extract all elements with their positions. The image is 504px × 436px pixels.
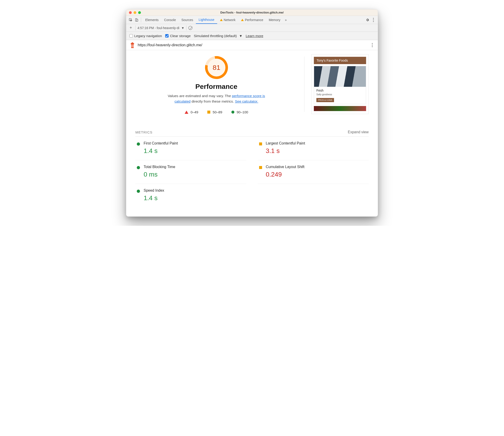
traffic-lights (126, 11, 141, 14)
metric-name: Speed Index (144, 189, 164, 193)
tab-performance[interactable]: Performance (238, 16, 266, 24)
legend-avg: 50–89 (207, 110, 222, 114)
titlebar: DevTools - foul-heavenly-direction.glitc… (126, 9, 378, 16)
tab-lighthouse[interactable]: Lighthouse (196, 16, 217, 24)
report-label: 4:57:16 PM - foul-heavenly-di (137, 26, 179, 30)
tab-label: Lighthouse (199, 18, 214, 21)
report-urlbar: https://foul-heavenly-direction.glitch.m… (126, 40, 378, 50)
status-icon (137, 142, 140, 146)
zoom-icon[interactable] (138, 11, 141, 14)
metrics-label: METRICS (135, 130, 153, 134)
preview-image (314, 106, 366, 111)
status-icon (137, 166, 140, 169)
report-menu-icon[interactable] (370, 42, 374, 49)
devtools-window: DevTools - foul-heavenly-direction.glitc… (126, 9, 378, 217)
score-value: 81 (208, 59, 225, 76)
minimize-icon[interactable] (134, 11, 136, 14)
clear-storage-checkbox[interactable]: Clear storage (165, 34, 191, 38)
svg-rect-5 (131, 46, 134, 47)
checkbox-icon (165, 34, 169, 37)
tab-label: Memory (269, 18, 280, 22)
tab-console[interactable]: Console (161, 16, 178, 24)
desc-text: directly from these metrics. (191, 99, 235, 103)
gear-icon[interactable] (365, 17, 370, 23)
score-gauge: 81 (205, 56, 228, 79)
page-screenshot: Tony's Favorite Foods Fesh Salty goodnes… (311, 54, 369, 114)
legend-label: 0–49 (191, 110, 198, 114)
separator (141, 18, 141, 22)
category-heading: Performance (135, 83, 297, 91)
tab-label: Network (224, 18, 236, 22)
metric-tbt[interactable]: Total Blocking Time 0 ms (135, 160, 246, 184)
devtools-tabstrip: Elements Console Sources Lighthouse Netw… (126, 16, 378, 24)
lighthouse-options: Legacy navigation Clear storage Simulate… (126, 32, 378, 40)
tab-network[interactable]: Network (217, 16, 238, 24)
checkbox-label: Clear storage (170, 34, 191, 38)
calculator-link[interactable]: See calculator. (235, 99, 258, 103)
metric-value: 0.249 (266, 171, 304, 178)
metrics-header: METRICS Expand view (135, 130, 369, 137)
tab-label: Console (164, 18, 176, 22)
svg-rect-4 (131, 45, 134, 45)
tab-label: Sources (182, 18, 193, 22)
close-icon[interactable] (129, 11, 132, 14)
checkbox-label: Legacy navigation (134, 34, 162, 38)
tab-memory[interactable]: Memory (266, 16, 283, 24)
metric-value: 1.4 s (144, 194, 164, 202)
throttling-dropdown[interactable]: Simulated throttling (default) ▼ (194, 34, 242, 38)
metric-name: Largest Contentful Paint (266, 141, 305, 145)
square-icon (207, 111, 210, 114)
metric-lcp[interactable]: Largest Contentful Paint 3.1 s (258, 137, 369, 160)
more-tabs-icon[interactable]: » (283, 18, 289, 22)
report-header: 81 Performance Values are estimated and … (135, 54, 369, 114)
preview-title: Tony's Favorite Foods (314, 57, 366, 64)
separator (135, 25, 136, 30)
expand-view-button[interactable]: Expand view (348, 130, 369, 134)
kebab-menu-icon[interactable] (370, 17, 376, 23)
score-column: 81 Performance Values are estimated and … (135, 54, 297, 114)
checkbox-icon (129, 34, 133, 37)
preview-card: Fesh Salty goodness PROS & CONS (314, 66, 366, 104)
learn-more-link[interactable]: Learn more (246, 34, 263, 38)
chevron-down-icon: ▼ (181, 26, 184, 30)
svg-rect-3 (131, 44, 134, 48)
status-icon (259, 142, 262, 145)
pros-cons-button: PROS & CONS (316, 98, 334, 102)
tab-sources[interactable]: Sources (179, 16, 196, 24)
legend-bad: 0–49 (185, 110, 198, 114)
report-url: https://foul-heavenly-direction.glitch.m… (138, 43, 202, 47)
legend-good: 90–100 (231, 110, 248, 114)
metric-fcp[interactable]: First Contentful Paint 1.4 s (135, 137, 246, 160)
preview-card-sub: Salty goodness (316, 93, 364, 96)
chevron-down-icon: ▼ (239, 34, 243, 38)
metric-name: Cumulative Layout Shift (266, 165, 304, 169)
preview-body: Fesh Salty goodness PROS & CONS (314, 87, 366, 104)
lighthouse-report: 81 Performance Values are estimated and … (126, 50, 378, 216)
inspect-icon[interactable] (128, 17, 134, 23)
status-icon (137, 190, 140, 193)
metric-value: 1.4 s (144, 147, 178, 154)
metric-si[interactable]: Speed Index 1.4 s (135, 184, 246, 207)
divider (304, 56, 304, 112)
svg-rect-2 (137, 19, 138, 21)
lighthouse-icon (130, 42, 135, 48)
tab-elements[interactable]: Elements (143, 16, 161, 24)
preview-image (314, 66, 366, 87)
clear-icon[interactable] (188, 26, 192, 30)
device-toggle-icon[interactable] (134, 17, 139, 23)
score-legend: 0–49 50–89 90–100 (135, 110, 297, 114)
metric-cls[interactable]: Cumulative Layout Shift 0.249 (258, 160, 369, 184)
legacy-nav-checkbox[interactable]: Legacy navigation (129, 34, 162, 38)
desc-text: Values are estimated and may vary. The (168, 94, 232, 98)
new-report-button[interactable]: + (128, 25, 134, 31)
lighthouse-toolbar: + 4:57:16 PM - foul-heavenly-di ▼ (126, 24, 378, 32)
separator (186, 25, 186, 30)
triangle-icon (185, 111, 188, 114)
status-icon (259, 166, 262, 169)
report-dropdown[interactable]: 4:57:16 PM - foul-heavenly-di ▼ (137, 26, 184, 30)
score-description: Values are estimated and may vary. The p… (164, 93, 269, 104)
metric-name: Total Blocking Time (144, 165, 175, 169)
throttling-label: Simulated throttling (default) (194, 34, 237, 38)
metric-value: 0 ms (144, 171, 175, 178)
tab-label: Performance (245, 18, 263, 22)
